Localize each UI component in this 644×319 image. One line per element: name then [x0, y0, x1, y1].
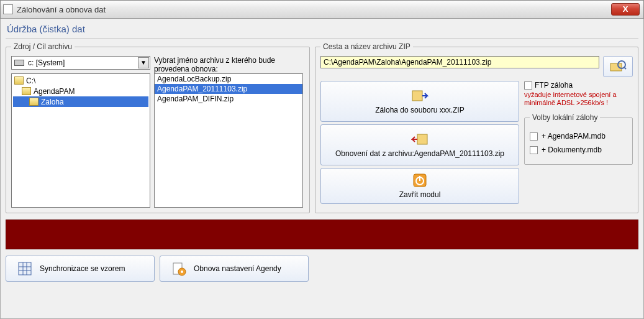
close-button[interactable]: X: [611, 3, 640, 16]
close-icon: X: [623, 4, 628, 14]
archive-select-label: Vybrat jméno archivu z kterého bude prov…: [154, 56, 303, 73]
browse-button[interactable]: [603, 56, 633, 77]
svg-rect-4: [417, 134, 427, 144]
browse-icon: [609, 60, 627, 73]
archive-listbox[interactable]: AgendaLocBackup.zip AgendaPAM_20111103.z…: [154, 73, 303, 208]
svg-point-15: [181, 270, 183, 273]
svg-rect-3: [412, 91, 422, 101]
list-item[interactable]: AgendaPAM_DIFIN.zip: [155, 94, 302, 104]
ftp-label: FTP záloha: [535, 81, 573, 90]
ftp-warning: vyžaduje internetové spojení a minimálně…: [524, 91, 633, 107]
local-backup-fieldset: Volby lokální zálohy + AgendaPAM.mdb + D…: [524, 113, 633, 165]
titlebar: Zálohování a obnova dat X: [0, 0, 644, 19]
dest-fieldset: Cesta a název archivu ZIP: [315, 42, 638, 213]
drive-selected-text: c: [System]: [28, 58, 65, 67]
local-backup-legend: Volby lokální zálohy: [530, 113, 600, 122]
folder-tree[interactable]: C:\ AgendaPAM Zaloha: [11, 73, 150, 208]
window-body: Údržba (čistka) dat Zdroj / Cíl archivu …: [0, 19, 644, 319]
folder-icon: [14, 76, 24, 85]
archive-path-input[interactable]: [320, 56, 599, 68]
page-subtitle: Údržba (čistka) dat: [6, 21, 638, 39]
list-item[interactable]: AgendaLocBackup.zip: [155, 74, 302, 84]
dokumenty-mdb-label: + Dokumenty.mdb: [542, 146, 602, 154]
restore-button[interactable]: Obnovení dat z archivu:AgendaPAM_2011110…: [320, 124, 519, 165]
svg-rect-0: [610, 63, 622, 71]
status-bar: [6, 220, 638, 249]
drive-select[interactable]: c: [System] ▼: [11, 56, 150, 70]
drive-icon: [14, 60, 24, 66]
folder-open-icon: [29, 98, 39, 106]
list-item[interactable]: AgendaPAM_20111103.zip: [155, 84, 302, 94]
close-module-label: Zavřít modul: [399, 190, 441, 199]
chevron-down-icon: ▼: [138, 57, 149, 68]
power-icon: [411, 173, 429, 188]
dokumenty-mdb-checkbox[interactable]: [530, 146, 538, 154]
close-module-button[interactable]: Zavřít modul: [320, 168, 519, 204]
app-icon: [3, 4, 13, 14]
svg-line-2: [624, 67, 626, 69]
agenda-mdb-checkbox[interactable]: [530, 132, 538, 141]
dest-legend: Cesta a název archivu ZIP: [320, 42, 413, 51]
source-legend: Zdroj / Cíl archivu: [11, 42, 75, 51]
window-title: Zálohování a obnova dat: [17, 5, 106, 14]
tree-item-agendapam[interactable]: AgendaPAM: [13, 86, 148, 96]
grid-icon: [17, 261, 32, 276]
backup-button-label: Záloha do souboru xxx.ZIP: [375, 106, 464, 114]
tree-item-root[interactable]: C:\: [13, 75, 148, 86]
restore-button-label: Obnovení dat z archivu:AgendaPAM_2011110…: [335, 149, 504, 158]
ftp-checkbox[interactable]: [524, 81, 532, 90]
agenda-mdb-label: + AgendaPAM.mdb: [542, 132, 605, 141]
sync-template-button[interactable]: Synchronizace se vzorem: [6, 256, 155, 282]
backup-icon: [411, 88, 429, 103]
backup-button[interactable]: Záloha do souboru xxx.ZIP: [320, 81, 519, 122]
gear-icon: [171, 261, 186, 276]
tree-item-zaloha[interactable]: Zaloha: [13, 96, 148, 107]
restore-settings-button[interactable]: Obnova nastavení Agendy: [160, 256, 309, 282]
svg-rect-8: [19, 262, 31, 275]
restore-icon: [411, 132, 429, 147]
source-fieldset: Zdroj / Cíl archivu c: [System] ▼ C:\: [6, 42, 310, 213]
restore-settings-label: Obnova nastavení Agendy: [194, 264, 281, 273]
folder-icon: [22, 87, 31, 95]
sync-template-label: Synchronizace se vzorem: [40, 264, 125, 273]
